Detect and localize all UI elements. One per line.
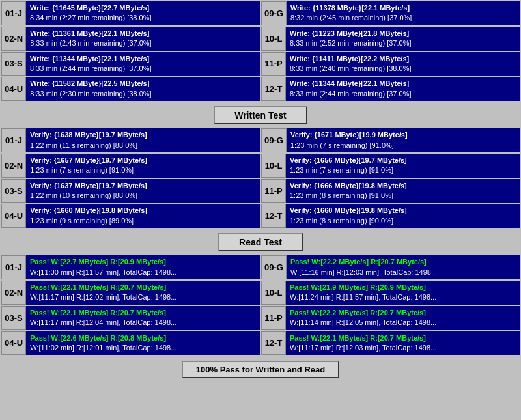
cell-line1: Pass! W:[22.1 MByte/s] R:[20.7 MByte/s]: [30, 283, 256, 292]
row-3: 04-UPass! W:[22.6 MByte/s] R:[20.8 MByte…: [1, 331, 520, 356]
cell-right-3: 12-TPass! W:[22.1 MByte/s] R:[20.7 MByte…: [261, 331, 520, 356]
main-container: 01-JWrite: {11645 MByte}[22.7 MByte/s]8:…: [0, 0, 521, 383]
cell-id: 09-G: [261, 1, 287, 25]
cell-id: 04-U: [1, 331, 26, 356]
cell-right-3: 12-TVerify: {1660 MByte}[19.8 MByte/s]1:…: [261, 204, 520, 228]
cell-id: 12-T: [261, 204, 286, 228]
status-label: 100% Pass for Written and Read: [182, 361, 339, 378]
cell-left-1: 02-NPass! W:[22.1 MByte/s] R:[20.7 MByte…: [1, 281, 260, 305]
cell-id: 10-L: [261, 27, 286, 51]
verify-section: 01-JVerify: {1638 MByte}[19.7 MByte/s]1:…: [1, 128, 520, 228]
cell-line2: 1:23 min (7 s remaining) [91.0%]: [290, 165, 516, 175]
write-section: 01-JWrite: {11645 MByte}[22.7 MByte/s]8:…: [1, 1, 520, 101]
row-2: 03-SVerify: {1637 MByte}[19.7 MByte/s]1:…: [1, 179, 520, 203]
cell-line2: W:[11:02 min] R:[12:01 min], TotalCap: 1…: [30, 343, 256, 353]
cell-content: Pass! W:[22.1 MByte/s] R:[20.7 MByte/s]W…: [286, 331, 520, 356]
cell-line1: Write: {11223 MByte}[21.8 MByte/s]: [290, 29, 516, 38]
cell-right-0: 09-GWrite: {11378 MByte}[22.1 MByte/s]8:…: [261, 1, 520, 25]
row-1: 02-NPass! W:[22.1 MByte/s] R:[20.7 MByte…: [1, 281, 520, 305]
cell-right-0: 09-GPass! W:[22.2 MByte/s] R:[20.7 MByte…: [261, 255, 520, 279]
cell-id: 11-P: [261, 179, 286, 203]
cell-id: 02-N: [1, 281, 26, 305]
cell-line1: Verify: {1660 MByte}[19.8 MByte/s]: [30, 206, 256, 216]
cell-line2: W:[11:24 min] R:[11:57 min], TotalCap: 1…: [290, 292, 516, 302]
read-section: 01-JPass! W:[22.7 MByte/s] R:[20.9 MByte…: [1, 255, 520, 355]
cell-left-3: 04-UWrite: {11582 MByte}[22.5 MByte/s]8:…: [1, 77, 260, 101]
written-test-header: Written Test: [1, 104, 520, 127]
cell-line1: Pass! W:[21.9 MByte/s] R:[20.9 MByte/s]: [290, 283, 516, 292]
cell-line2: 8:33 min (2:52 min remaining) [37.0%]: [290, 38, 516, 48]
cell-line2: 8:33 min (2:43 min remaining) [37.0%]: [30, 38, 256, 48]
cell-line2: 1:23 min (8 s remaining) [90.0%]: [290, 216, 516, 226]
cell-right-1: 10-LPass! W:[21.9 MByte/s] R:[20.9 MByte…: [261, 281, 520, 305]
cell-left-1: 02-NVerify: {1657 MByte}[19.7 MByte/s]1:…: [1, 154, 260, 178]
cell-line2: W:[11:17 min] R:[12:03 min], TotalCap: 1…: [290, 343, 516, 353]
cell-line2: 1:23 min (9 s remaining) [89.0%]: [30, 216, 256, 226]
cell-id: 11-P: [261, 52, 286, 76]
cell-line2: 1:23 min (7 s remaining) [91.0%]: [290, 141, 516, 150]
row-3: 04-UVerify: {1660 MByte}[19.8 MByte/s]1:…: [1, 204, 520, 228]
cell-content: Write: {11378 MByte}[22.1 MByte/s]8:32 m…: [287, 1, 520, 25]
cell-right-2: 11-PWrite: {11411 MByte}[22.2 MByte/s]8:…: [261, 52, 520, 76]
cell-content: Write: {11645 MByte}[22.7 MByte/s]8:34 m…: [26, 1, 260, 25]
cell-id: 10-L: [261, 154, 286, 178]
cell-content: Write: {11344 MByte}[22.1 MByte/s]8:33 m…: [286, 77, 520, 101]
cell-line1: Verify: {1638 MByte}[19.7 MByte/s]: [30, 130, 256, 140]
cell-line1: Verify: {1657 MByte}[19.7 MByte/s]: [30, 156, 256, 165]
read-test-header: Read Test: [1, 231, 520, 254]
cell-line1: Pass! W:[22.6 MByte/s] R:[20.8 MByte/s]: [30, 333, 256, 343]
cell-content: Verify: {1656 MByte}[19.7 MByte/s]1:23 m…: [286, 154, 520, 178]
cell-line1: Pass! W:[22.1 MByte/s] R:[20.7 MByte/s]: [290, 333, 516, 343]
cell-line2: 8:33 min (2:40 min remaining) [38.0%]: [290, 64, 516, 74]
cell-line1: Write: {11411 MByte}[22.2 MByte/s]: [290, 54, 516, 64]
cell-left-3: 04-UVerify: {1660 MByte}[19.8 MByte/s]1:…: [1, 204, 260, 228]
cell-id: 03-S: [1, 52, 26, 76]
cell-id: 03-S: [1, 179, 26, 203]
cell-right-2: 11-PVerify: {1666 MByte}[19.8 MByte/s]1:…: [261, 179, 520, 203]
cell-content: Pass! W:[22.7 MByte/s] R:[20.9 MByte/s]W…: [26, 255, 260, 279]
cell-line2: W:[11:00 min] R:[11:57 min], TotalCap: 1…: [30, 268, 256, 277]
cell-line1: Verify: {1666 MByte}[19.8 MByte/s]: [290, 181, 516, 191]
cell-line2: W:[11:17 min] R:[12:02 min], TotalCap: 1…: [30, 292, 256, 302]
cell-line2: 1:23 min (7 s remaining) [91.0%]: [30, 165, 256, 175]
cell-left-2: 03-SPass! W:[22.1 MByte/s] R:[20.7 MByte…: [1, 306, 260, 330]
cell-line2: W:[11:16 min] R:[12:03 min], TotalCap: 1…: [290, 268, 516, 277]
cell-content: Verify: {1638 MByte}[19.7 MByte/s]1:22 m…: [26, 128, 260, 152]
cell-id: 04-U: [1, 204, 26, 228]
cell-id: 12-T: [261, 77, 286, 101]
cell-content: Pass! W:[22.1 MByte/s] R:[20.7 MByte/s]W…: [26, 281, 260, 305]
cell-line2: W:[11:17 min] R:[12:04 min], TotalCap: 1…: [30, 318, 256, 328]
cell-left-0: 01-JVerify: {1638 MByte}[19.7 MByte/s]1:…: [1, 128, 260, 152]
cell-line1: Pass! W:[22.2 MByte/s] R:[20.7 MByte/s]: [290, 308, 516, 318]
cell-content: Verify: {1666 MByte}[19.8 MByte/s]1:23 m…: [286, 179, 520, 203]
cell-content: Verify: {1671 MByte}[19.9 MByte/s]1:23 m…: [287, 128, 520, 152]
cell-content: Pass! W:[22.1 MByte/s] R:[20.7 MByte/s]W…: [26, 306, 260, 330]
cell-line2: 8:33 min (2:44 min remaining) [37.0%]: [30, 64, 256, 74]
cell-line1: Verify: {1671 MByte}[19.9 MByte/s]: [290, 130, 516, 140]
row-1: 02-NVerify: {1657 MByte}[19.7 MByte/s]1:…: [1, 154, 520, 178]
cell-id: 01-J: [1, 255, 26, 279]
cell-id: 02-N: [1, 27, 26, 51]
cell-content: Write: {11361 MByte}[22.1 MByte/s]8:33 m…: [26, 27, 260, 51]
cell-right-2: 11-PPass! W:[22.2 MByte/s] R:[20.7 MByte…: [261, 306, 520, 330]
row-0: 01-JPass! W:[22.7 MByte/s] R:[20.9 MByte…: [1, 255, 520, 279]
cell-line1: Write: {11344 MByte}[22.1 MByte/s]: [30, 54, 256, 64]
cell-left-0: 01-JPass! W:[22.7 MByte/s] R:[20.9 MByte…: [1, 255, 260, 279]
cell-content: Pass! W:[22.6 MByte/s] R:[20.8 MByte/s]W…: [26, 331, 260, 356]
cell-id: 09-G: [261, 255, 287, 279]
cell-right-1: 10-LWrite: {11223 MByte}[21.8 MByte/s]8:…: [261, 27, 520, 51]
cell-id: 11-P: [261, 306, 286, 330]
cell-id: 04-U: [1, 77, 26, 101]
cell-content: Verify: {1637 MByte}[19.7 MByte/s]1:22 m…: [26, 179, 260, 203]
cell-line1: Pass! W:[22.1 MByte/s] R:[20.7 MByte/s]: [30, 308, 256, 318]
cell-content: Write: {11582 MByte}[22.5 MByte/s]8:33 m…: [26, 77, 260, 101]
row-0: 01-JVerify: {1638 MByte}[19.7 MByte/s]1:…: [1, 128, 520, 152]
cell-id: 03-S: [1, 306, 26, 330]
cell-line2: 8:34 min (2:27 min remaining) [38.0%]: [30, 13, 256, 23]
cell-content: Write: {11344 MByte}[22.1 MByte/s]8:33 m…: [26, 52, 260, 76]
cell-right-3: 12-TWrite: {11344 MByte}[22.1 MByte/s]8:…: [261, 77, 520, 101]
cell-line2: W:[11:14 min] R:[12:05 min], TotalCap: 1…: [290, 318, 516, 328]
cell-content: Pass! W:[22.2 MByte/s] R:[20.7 MByte/s]W…: [286, 306, 520, 330]
row-2: 03-SPass! W:[22.1 MByte/s] R:[20.7 MByte…: [1, 306, 520, 330]
cell-line1: Write: {11582 MByte}[22.5 MByte/s]: [30, 79, 256, 89]
